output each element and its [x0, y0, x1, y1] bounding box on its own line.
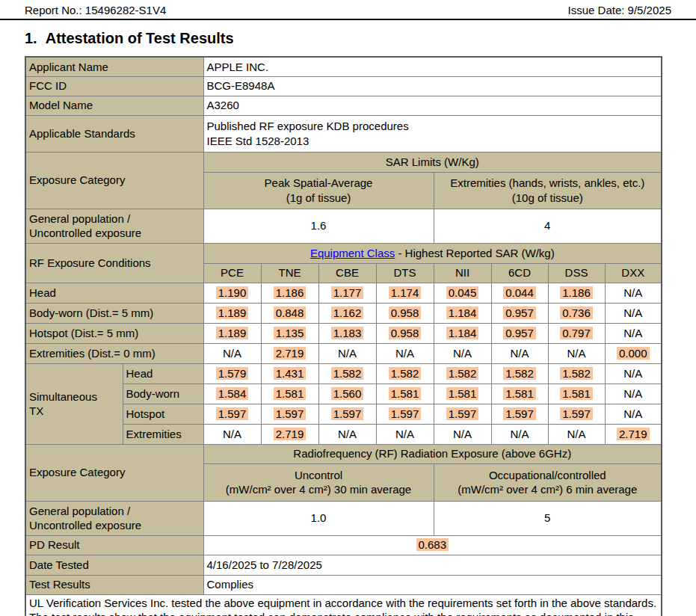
sar-value: N/A: [623, 327, 642, 339]
sar-value-cell: 1.177: [318, 283, 376, 303]
table-row: Date Tested 4/16/2025 to 7/28/2025: [25, 555, 662, 575]
sar-value-cell: N/A: [605, 404, 662, 424]
sar-value-highlighted: 1.597: [446, 407, 479, 420]
attestation-table: Applicant Name APPLE INC. FCC ID BCG-E89…: [25, 56, 662, 616]
date-tested-label: Date Tested: [25, 555, 203, 575]
general-population-line1: General population /: [29, 212, 200, 226]
sar-value-cell: 0.045: [434, 283, 491, 303]
head-row-label: Head: [25, 283, 203, 303]
applicant-name-value: APPLE INC.: [203, 57, 662, 76]
sar-value-highlighted: 1.186: [560, 286, 593, 299]
occupational-header: Occupational/controlled (mW/cm² over 4 c…: [434, 463, 662, 501]
sar-value-highlighted: 1.190: [216, 286, 249, 299]
sar-value-cell: 1.189: [203, 323, 261, 343]
sar-value-cell: N/A: [491, 343, 548, 363]
sar-value-highlighted: 1.597: [389, 407, 422, 420]
table-row: Applicable Standards Published RF exposu…: [25, 115, 662, 152]
sar-value-cell: N/A: [548, 343, 605, 363]
standards-line1: Published RF exposure KDB procedures: [207, 119, 659, 133]
sar-value-highlighted: 2.719: [617, 428, 650, 440]
simultaneous-line2: TX: [29, 404, 120, 418]
simultaneous-tx-label: Simultaneous TX: [25, 363, 123, 444]
page-header: Report No.: 15496282-S1V4 Issue Date: 9/…: [0, 0, 696, 20]
sar-limit-1g-value: 1.6: [203, 209, 434, 243]
sar-value: N/A: [623, 367, 642, 380]
equipment-class-suffix: - Highest Reported SAR (W/kg): [395, 247, 554, 259]
hotspot-row-label: Hotspot (Dist.= 5 mm): [25, 323, 203, 343]
sar-value-cell: N/A: [605, 323, 662, 343]
sar-value-cell: 0.736: [548, 303, 605, 323]
sar-value-highlighted: 1.581: [503, 387, 536, 400]
sar-value-cell: N/A: [376, 424, 434, 444]
pd-limit-uncontrolled-value: 1.0: [203, 501, 434, 535]
sar-value-cell: 0.044: [491, 283, 548, 303]
sar-value-cell: 2.719: [605, 424, 662, 444]
band-column-header: DSS: [548, 263, 605, 283]
occupational-line2: (mW/cm² over 4 cm²) 6 min average: [437, 482, 659, 496]
sar-value-highlighted: 1.579: [216, 367, 249, 380]
pd-result-label: PD Result: [25, 535, 203, 555]
sar-value-highlighted: 2.719: [274, 428, 307, 440]
sar-value-highlighted: 1.597: [274, 407, 307, 420]
sar-value: N/A: [623, 387, 642, 400]
general-population-line2: Uncontrolled exposure: [29, 226, 200, 240]
sar-value-cell: 1.582: [318, 363, 376, 384]
table-row: Test Results Complies: [25, 575, 662, 594]
sar-value-cell: 1.186: [548, 283, 605, 303]
test-results-value: Complies: [203, 575, 662, 594]
equipment-class-link[interactable]: Equipment Class: [310, 247, 395, 259]
sar-value-cell: 1.581: [491, 384, 548, 404]
sar-value: N/A: [623, 286, 642, 299]
sar-value-cell: 1.579: [203, 363, 261, 384]
table-row: PD Result 0.683: [25, 535, 662, 555]
sar-value-cell: 0.957: [491, 303, 548, 323]
sar-value: N/A: [223, 347, 241, 360]
sar-value-cell: 0.848: [261, 303, 318, 323]
sar-value-cell: 1.597: [318, 404, 376, 424]
sar-value-cell: 1.560: [318, 384, 376, 404]
test-results-label: Test Results: [25, 575, 203, 594]
sar-value: N/A: [395, 428, 414, 440]
sar-value-highlighted: 0.848: [274, 307, 307, 319]
sar-value-highlighted: 0.736: [560, 307, 593, 319]
sar-value: N/A: [511, 347, 529, 360]
exposure-category-label: Exposure Category: [25, 152, 203, 209]
sar-value-cell: 1.581: [434, 384, 491, 404]
sim-extremities-label: Extremities: [123, 424, 203, 444]
sar-value-highlighted: 1.582: [446, 367, 479, 380]
section-title: 1. Attestation of Test Results: [25, 30, 671, 47]
sar-value-cell: N/A: [434, 343, 491, 363]
peak-spatial-line2: (1g of tissue): [207, 191, 431, 205]
sar-value-cell: 1.597: [548, 404, 605, 424]
model-name-value: A3260: [203, 96, 662, 115]
sar-value-highlighted: 0.045: [446, 286, 479, 299]
sar-value-cell: 1.162: [318, 303, 376, 323]
sar-value: N/A: [395, 347, 414, 360]
sar-value-cell: N/A: [605, 384, 662, 404]
sar-value-highlighted: 1.184: [446, 327, 479, 339]
sar-value-cell: 0.000: [605, 343, 662, 363]
sar-value-cell: 1.186: [261, 283, 318, 303]
band-column-header: DXX: [605, 263, 662, 283]
sar-value: N/A: [338, 428, 357, 440]
uncontrolled-line1: Uncontrol: [207, 468, 431, 482]
sar-value-highlighted: 2.719: [274, 347, 307, 360]
sar-value-cell: N/A: [318, 343, 376, 363]
sar-value-cell: 1.597: [261, 404, 318, 424]
sar-value-highlighted: 1.582: [331, 367, 364, 380]
sar-value-highlighted: 0.957: [503, 307, 536, 319]
attestation-statement: UL Verification Services Inc. tested the…: [25, 594, 662, 616]
extremities-limit-line1: Extremities (hands, wrists, ankles, etc.…: [437, 176, 659, 190]
sar-value-highlighted: 0.958: [389, 307, 422, 319]
sar-limit-10g-value: 4: [434, 209, 662, 243]
table-row: Hotspot (Dist.= 5 mm) 1.1891.1351.1830.9…: [25, 323, 662, 343]
sar-value-highlighted: 0.797: [560, 327, 593, 339]
sar-value-cell: N/A: [203, 424, 261, 444]
sar-value-highlighted: 1.581: [274, 387, 307, 400]
applicable-standards-label: Applicable Standards: [25, 115, 203, 152]
pd-limit-occupational-value: 5: [434, 501, 662, 535]
standards-line2: IEEE Std 1528-2013: [207, 134, 659, 148]
sar-value-cell: 1.189: [203, 303, 261, 323]
sar-value-cell: 1.597: [203, 404, 261, 424]
sar-value-cell: 1.174: [376, 283, 434, 303]
